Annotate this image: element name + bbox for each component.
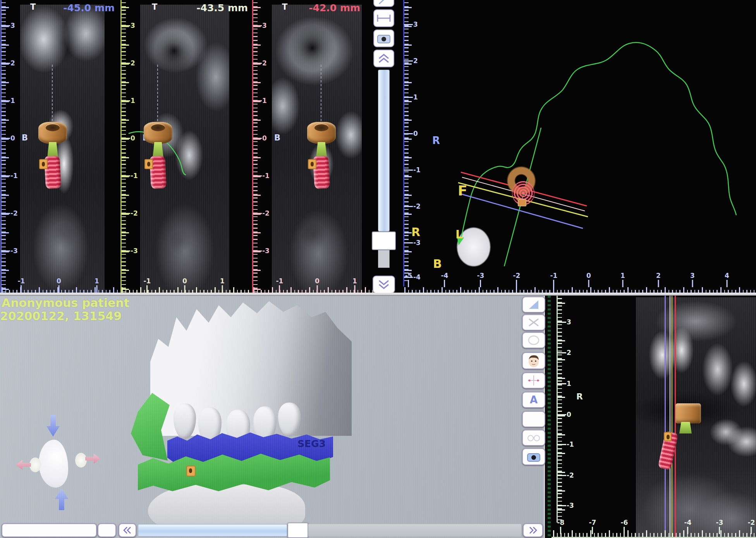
drill-axis-line: [52, 65, 53, 121]
ruler-tick-label: -1: [276, 278, 284, 284]
slice-scrollbar-thumb[interactable]: [372, 231, 396, 250]
double-chevron-left-icon: [122, 526, 133, 535]
ruler-tick-label: 3: [690, 272, 695, 279]
collapse-left-button[interactable]: [119, 523, 136, 537]
lock-icon[interactable]: [186, 466, 196, 476]
glasses-icon: [527, 433, 541, 442]
implant-crown: [675, 403, 701, 423]
viewer-3d-panel[interactable]: Anonymous patient 20200122, 131549 SEG3: [0, 296, 544, 538]
rotate-down-arrow[interactable]: [46, 415, 60, 437]
axial-panel: 3 2 1 0 -1 -2 -3 -4 R F R B L -5 -4 -3 -…: [403, 0, 756, 295]
soft-tissue-button[interactable]: [522, 352, 545, 369]
lock-icon[interactable]: [308, 159, 316, 169]
ruler-tick-label: -1: [567, 441, 574, 448]
ruler-tick-label: 2: [656, 272, 661, 279]
implant-crown: [144, 122, 172, 144]
status-bar-button[interactable]: [2, 523, 97, 537]
implant-abutment: [679, 422, 692, 433]
pan-scrollbar-track-right[interactable]: [308, 524, 521, 536]
implant-crown-hole: [151, 124, 165, 131]
face-render-icon: [527, 353, 541, 368]
focus-point-button[interactable]: [522, 372, 545, 389]
ruler-tick-label: -3: [262, 248, 270, 254]
ruler-tick-label: 0: [182, 278, 187, 284]
slice-scrollbar-track-lower[interactable]: [378, 250, 390, 268]
rotate-up-arrow[interactable]: [55, 488, 68, 510]
crosshair-icon: [527, 374, 541, 387]
slice-up-button[interactable]: [373, 50, 394, 67]
pan-scrollbar-track[interactable]: [138, 524, 287, 536]
region-button[interactable]: [522, 332, 545, 348]
clip-view-button[interactable]: [522, 296, 545, 313]
camera-icon: [376, 33, 391, 44]
cross-section-panel-1: 3 2 1 0 -1 -2 -3 T -45.0 mm B -1 0 1: [0, 0, 120, 295]
ruler-tick-label: 3: [262, 22, 267, 29]
implant-crown: [38, 122, 67, 144]
ruler-tick-label: 3: [413, 21, 418, 28]
orientation-back-label: B: [433, 257, 442, 271]
ruler-tick-label: 2: [10, 60, 15, 67]
lock-icon[interactable]: [144, 159, 153, 169]
orientation-b-label: B: [274, 133, 280, 142]
snapshot-3d-button[interactable]: [522, 448, 545, 465]
snapshot-button[interactable]: [373, 29, 394, 47]
lock-icon[interactable]: [39, 159, 48, 169]
vertical-ruler: 3 2 1 0 -1 -2 -3 -4: [403, 0, 422, 286]
lock-icon[interactable]: [664, 432, 672, 441]
ruler-tick-label: -1: [144, 278, 151, 284]
ruler-tick-label: -3: [10, 248, 18, 254]
slice-line-yellow[interactable]: [672, 296, 672, 538]
horizontal-splitter[interactable]: [0, 293, 756, 296]
slice-scrollbar-track[interactable]: [378, 70, 390, 231]
patient-name: Anonymous patient: [2, 296, 129, 310]
collapse-right-button[interactable]: [523, 523, 543, 537]
oblique-slice-button[interactable]: [373, 0, 394, 7]
ruler-tick-label: -3: [413, 240, 421, 246]
rotate-left-arrow[interactable]: [15, 460, 31, 470]
orientation-head-icon[interactable]: [39, 440, 68, 488]
slice-depth-label: -42.0 mm: [309, 2, 360, 14]
camera-icon: [526, 451, 541, 462]
stereo-view-button[interactable]: [522, 430, 545, 446]
ruler-tick-label: 1: [413, 94, 418, 101]
slice-line-purple[interactable]: [665, 296, 666, 538]
blank-tool-button[interactable]: [522, 411, 545, 427]
annotation-button[interactable]: A: [522, 392, 545, 408]
orientation-front-label: F: [458, 183, 467, 199]
small-tool-button[interactable]: [98, 523, 116, 537]
orientation-right-label: R: [432, 135, 440, 146]
horizontal-ruler: -8 -7 -6 -4 -3 -2: [552, 519, 756, 538]
horizontal-ruler: -5 -4 -3 -2 -1 0 1 2 3 4: [403, 272, 756, 295]
text-a-icon: A: [530, 394, 538, 406]
ruler-tick-label: -2: [513, 272, 521, 279]
ruler-ticks: [558, 303, 565, 523]
slice-depth-label: -45.0 mm: [63, 2, 115, 14]
ruler-tick-label: -2: [567, 472, 574, 479]
cut-button[interactable]: [522, 314, 545, 331]
ruler-tick-label: -1: [10, 173, 18, 179]
ruler-tick-label: 1: [567, 380, 571, 387]
measure-button[interactable]: [373, 9, 394, 27]
vertical-ruler: 3 2 1 0 -1 -2 -3: [556, 296, 576, 523]
slice-line-white[interactable]: [670, 296, 670, 538]
ruler-tick-label: -5: [405, 272, 412, 279]
implant-overlay: [38, 122, 67, 188]
rotate-right-arrow[interactable]: [85, 454, 101, 464]
pan-scrollbar-thumb[interactable]: [287, 523, 308, 538]
ruler-ticks: [2, 7, 9, 295]
ruler-ticks: [404, 7, 412, 286]
ruler-tick-label: -1: [18, 278, 25, 284]
axial-overlay-graphics: [403, 0, 756, 295]
ruler-tick-label: 1: [262, 98, 267, 104]
ear-marker: [75, 453, 87, 468]
segment-label: SEG3: [297, 438, 326, 449]
implant-overlay: [307, 122, 336, 188]
lock-icon[interactable]: [518, 199, 526, 206]
implant-abutment: [316, 142, 327, 158]
orientation-right-label: R: [576, 392, 583, 401]
ruler-tick-label: 1: [94, 278, 99, 284]
chevron-up-icon: [377, 53, 391, 64]
slice-down-button[interactable]: [373, 276, 395, 293]
double-chevron-right-icon: [527, 526, 538, 535]
oblique-line-icon: [376, 0, 392, 6]
